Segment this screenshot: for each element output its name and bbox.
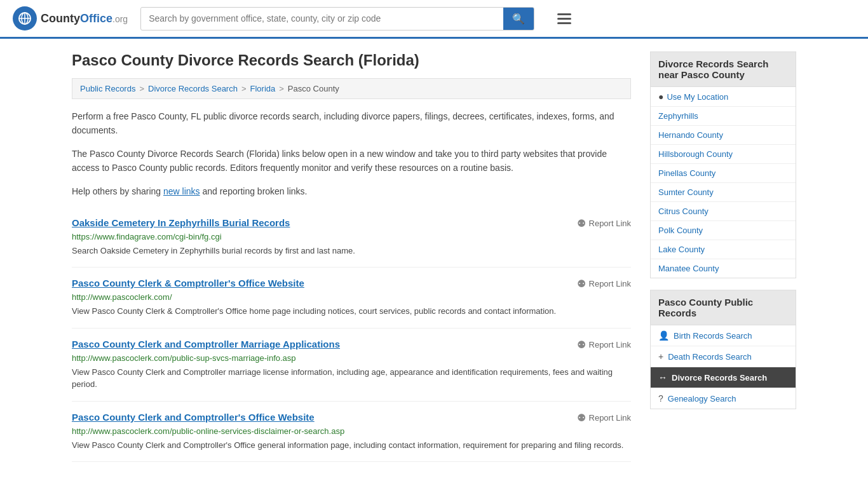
result-title[interactable]: Pasco County Clerk & Comptroller's Offic… — [72, 278, 304, 288]
breadcrumb-divorce-records[interactable]: Divorce Records Search — [148, 84, 238, 93]
hamburger-line — [557, 13, 571, 15]
search-area: 🔍 — [140, 7, 534, 30]
breadcrumb-florida[interactable]: Florida — [250, 84, 276, 93]
report-icon: ⚉ — [577, 217, 586, 229]
result-desc: View Pasco County Clerk and Comptroller'… — [72, 439, 631, 452]
breadcrumb-sep: > — [241, 84, 247, 93]
nearby-list: ● Use My Location ZephyrhillsHernando Co… — [650, 86, 796, 278]
pub-rec-icon: + — [658, 351, 663, 362]
report-link-label: Report Link — [589, 340, 631, 349]
public-record-item[interactable]: 👤 Birth Records Search — [651, 325, 796, 346]
result-url[interactable]: http://www.pascoclerk.com/ — [72, 292, 631, 302]
public-record-item[interactable]: ↔ Divorce Records Search — [651, 367, 796, 388]
page-title: Pasco County Divorce Records Search (Flo… — [72, 51, 631, 69]
nearby-link[interactable]: Polk County — [658, 226, 703, 235]
search-icon: 🔍 — [512, 13, 525, 24]
nearby-list-item[interactable]: Pinellas County — [651, 164, 796, 183]
hamburger-line — [557, 18, 571, 20]
pub-rec-icon: ? — [658, 393, 663, 403]
nearby-list-item[interactable]: Manatee County — [651, 259, 796, 278]
nearby-link[interactable]: Lake County — [658, 245, 705, 254]
result-item: Pasco County Clerk and Comptroller Marri… — [72, 329, 631, 402]
nearby-list-item[interactable]: Sumter County — [651, 183, 796, 202]
nearby-link[interactable]: Zephyrhills — [658, 111, 698, 121]
report-link[interactable]: ⚉ Report Link — [577, 217, 631, 229]
use-location-link[interactable]: Use My Location — [667, 92, 728, 102]
report-icon: ⚉ — [577, 412, 586, 424]
nearby-header: Divorce Records Search near Pasco County — [650, 51, 796, 86]
search-input[interactable] — [141, 8, 503, 29]
pub-rec-icon: 👤 — [658, 330, 669, 341]
result-title[interactable]: Pasco County Clerk and Comptroller's Off… — [72, 412, 315, 423]
description-3: Help others by sharing new links and rep… — [72, 184, 631, 198]
breadcrumb-pasco: Pasco County — [288, 84, 339, 93]
result-title[interactable]: Oakside Cemetery In Zephyrhills Burial R… — [72, 217, 290, 228]
report-link[interactable]: ⚉ Report Link — [577, 339, 631, 351]
nearby-list-item[interactable]: Zephyrhills — [651, 107, 796, 126]
public-records-section: Pasco County Public Records 👤 Birth Reco… — [650, 290, 796, 409]
description-1: Perform a free Pasco County, FL public d… — [72, 109, 631, 138]
report-link-label: Report Link — [589, 279, 631, 288]
report-link[interactable]: ⚉ Report Link — [577, 412, 631, 424]
nearby-link[interactable]: Manatee County — [658, 264, 719, 273]
hamburger-line — [557, 22, 571, 24]
result-item: Pasco County Clerk and Comptroller's Off… — [72, 402, 631, 463]
report-link-label: Report Link — [589, 413, 631, 423]
result-desc: View Pasco County Clerk and Comptroller … — [72, 366, 631, 391]
pub-rec-icon: ↔ — [658, 372, 667, 383]
public-records-header: Pasco County Public Records — [650, 290, 796, 325]
nearby-section: Divorce Records Search near Pasco County… — [650, 51, 796, 278]
search-button[interactable]: 🔍 — [503, 8, 534, 30]
hamburger-button[interactable] — [553, 10, 575, 28]
report-link-label: Report Link — [589, 219, 631, 228]
nearby-link[interactable]: Pinellas County — [658, 168, 715, 178]
pub-rec-link[interactable]: Divorce Records Search — [672, 373, 767, 383]
logo-text: CountyOffice.org — [41, 12, 128, 25]
nearby-list-item[interactable]: Hernando County — [651, 126, 796, 145]
result-item: Pasco County Clerk & Comptroller's Offic… — [72, 268, 631, 329]
nearby-list-item[interactable]: Lake County — [651, 240, 796, 259]
description-2: The Pasco County Divorce Records Search … — [72, 147, 631, 175]
location-icon: ● — [658, 92, 663, 102]
nearby-link[interactable]: Sumter County — [658, 187, 714, 197]
result-item: Oakside Cemetery In Zephyrhills Burial R… — [72, 207, 631, 268]
pub-rec-link[interactable]: Death Records Search — [668, 352, 752, 362]
report-icon: ⚉ — [577, 278, 586, 290]
result-url[interactable]: https://www.findagrave.com/cgi-bin/fg.cg… — [72, 232, 631, 241]
results-list: Oakside Cemetery In Zephyrhills Burial R… — [72, 207, 631, 463]
public-record-item[interactable]: ? Genealogy Search — [651, 388, 796, 409]
result-desc: View Pasco County Clerk & Comptroller's … — [72, 305, 631, 318]
public-record-item[interactable]: + Death Records Search — [651, 346, 796, 367]
breadcrumb-public-records[interactable]: Public Records — [80, 84, 135, 93]
breadcrumb-sep: > — [139, 84, 144, 93]
nearby-link[interactable]: Hillsborough County — [658, 149, 733, 159]
use-location-item[interactable]: ● Use My Location — [651, 87, 796, 107]
public-records-list: 👤 Birth Records Search + Death Records S… — [650, 325, 796, 409]
result-desc: Search Oakside Cemetery in Zephyrhills b… — [72, 245, 631, 257]
nearby-link[interactable]: Hernando County — [658, 130, 723, 140]
pub-rec-link[interactable]: Genealogy Search — [668, 394, 736, 403]
result-url[interactable]: http://www.pascoclerk.com/public-sup-svc… — [72, 353, 631, 363]
nearby-list-item[interactable]: Citrus County — [651, 202, 796, 221]
breadcrumb-sep: > — [279, 84, 284, 93]
report-icon: ⚉ — [577, 339, 586, 351]
logo[interactable]: CountyOffice.org — [13, 6, 128, 30]
report-link[interactable]: ⚉ Report Link — [577, 278, 631, 290]
sidebar: Divorce Records Search near Pasco County… — [650, 51, 796, 462]
logo-icon — [13, 6, 37, 30]
result-title[interactable]: Pasco County Clerk and Comptroller Marri… — [72, 339, 340, 349]
pub-rec-link[interactable]: Birth Records Search — [674, 331, 752, 341]
nearby-list-item[interactable]: Hillsborough County — [651, 145, 796, 164]
result-url[interactable]: http://www.pascoclerk.com/public-online-… — [72, 426, 631, 436]
nearby-list-item[interactable]: Polk County — [651, 221, 796, 240]
new-links-link[interactable]: new links — [163, 186, 200, 196]
breadcrumb: Public Records > Divorce Records Search … — [72, 78, 631, 99]
nearby-link[interactable]: Citrus County — [658, 207, 709, 216]
